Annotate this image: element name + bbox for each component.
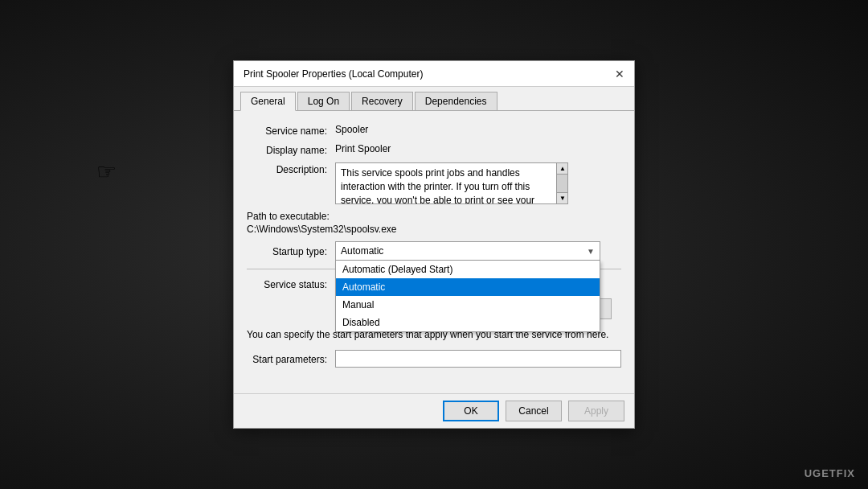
description-text: This service spools print jobs and handl… (341, 166, 563, 204)
bottom-buttons-bar: OK Cancel Apply (234, 393, 634, 428)
start-params-label: Start parameters: (247, 352, 335, 365)
tab-recovery[interactable]: Recovery (351, 92, 413, 110)
startup-type-selected: Automatic (341, 245, 383, 257)
start-params-input[interactable] (335, 350, 621, 368)
startup-type-row: Startup type: Automatic ▼ Automatic (Del… (247, 241, 621, 261)
display-name-label: Display name: (247, 143, 335, 156)
option-automatic[interactable]: Automatic (336, 278, 600, 296)
title-bar: Print Spooler Properties (Local Computer… (234, 61, 634, 87)
description-box: This service spools print jobs and handl… (335, 162, 568, 204)
ok-button[interactable]: OK (443, 401, 499, 421)
path-label: Path to executable: (247, 211, 621, 222)
tab-dependencies[interactable]: Dependencies (415, 92, 497, 110)
apply-button[interactable]: Apply (568, 401, 624, 421)
tab-general[interactable]: General (240, 92, 296, 111)
scroll-down-btn[interactable]: ▼ (557, 192, 568, 203)
watermark: UGETFIX (805, 467, 855, 479)
dialog-content: Service name: Spooler Display name: Prin… (234, 111, 634, 393)
dialog-window: Print Spooler Properties (Local Computer… (233, 60, 635, 429)
description-label: Description: (247, 162, 335, 175)
scroll-up-btn[interactable]: ▲ (557, 163, 568, 175)
start-params-row: Start parameters: (247, 350, 621, 368)
option-automatic-delayed[interactable]: Automatic (Delayed Start) (336, 261, 600, 278)
display-name-value: Print Spooler (335, 143, 391, 154)
option-disabled[interactable]: Disabled (336, 314, 600, 331)
service-status-label: Service status: (247, 277, 335, 290)
description-scrollbar: ▲ ▼ (556, 163, 567, 203)
service-name-value: Spooler (335, 124, 368, 135)
close-button[interactable]: ✕ (612, 66, 628, 82)
service-name-label: Service name: (247, 124, 335, 137)
path-value: C:\Windows\System32\spoolsv.exe (247, 224, 621, 235)
startup-type-label: Startup type: (247, 244, 335, 257)
tab-logon[interactable]: Log On (297, 92, 350, 110)
startup-dropdown-menu: Automatic (Delayed Start) Automatic Manu… (335, 261, 600, 332)
tabs-bar: General Log On Recovery Dependencies (234, 87, 634, 111)
service-name-row: Service name: Spooler (247, 124, 621, 137)
path-section: Path to executable: C:\Windows\System32\… (247, 211, 621, 235)
display-name-row: Display name: Print Spooler (247, 143, 621, 156)
cancel-button[interactable]: Cancel (506, 401, 562, 421)
dialog-title: Print Spooler Properties (Local Computer… (244, 68, 423, 80)
scroll-track (557, 175, 567, 192)
description-row: Description: This service spools print j… (247, 162, 621, 204)
dropdown-arrow-icon: ▼ (587, 247, 595, 256)
startup-type-wrapper: Automatic ▼ Automatic (Delayed Start) Au… (335, 241, 600, 261)
option-manual[interactable]: Manual (336, 296, 600, 314)
startup-type-select[interactable]: Automatic ▼ (335, 241, 600, 261)
